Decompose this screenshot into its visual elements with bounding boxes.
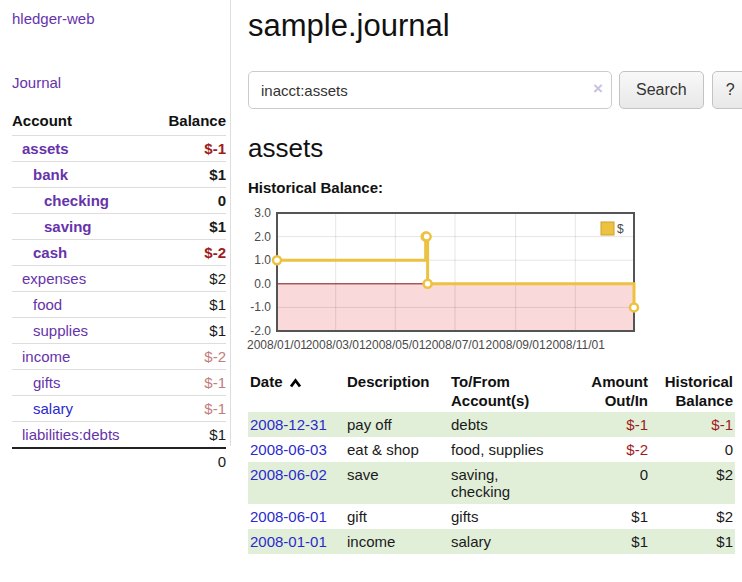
account-balance: $1 [151,162,226,188]
transaction-description: income [345,529,449,554]
page-title: sample.journal [248,8,735,44]
account-link-income[interactable]: income [22,348,70,365]
account-link-saving[interactable]: saving [44,218,92,235]
accounts-col-balance: Balance [151,112,226,136]
account-row: checking 0 [12,188,226,214]
search-button[interactable]: Search [619,71,704,109]
account-link-cash[interactable]: cash [33,244,67,261]
account-balance: $1 [151,214,226,240]
register-table: Date Description To/From Account(s) Amou… [248,370,735,554]
transaction-date-link[interactable]: 2008-06-03 [250,441,327,458]
svg-text:2008/11/01: 2008/11/01 [546,338,605,352]
help-button[interactable]: ? [712,71,742,109]
sort-asc-icon [289,378,302,388]
svg-text:2008/01/01: 2008/01/01 [247,338,307,352]
svg-text:2008/05/01: 2008/05/01 [365,338,425,352]
register-col-amount: Amount Out/In [589,370,650,412]
account-link-food[interactable]: food [33,296,62,313]
account-link-checking[interactable]: checking [44,192,109,209]
svg-text:3.0: 3.0 [254,206,271,220]
account-row: bank $1 [12,162,226,188]
sidebar-item-journal[interactable]: Journal [12,74,230,91]
accounts-total-balance: 0 [151,448,226,474]
transaction-date-link[interactable]: 2008-01-01 [250,533,327,550]
transaction-amount: $-2 [589,437,650,462]
svg-text:2.0: 2.0 [254,230,271,244]
register-row: 2008-06-01 gift gifts $1 $2 [248,504,735,529]
transaction-description: eat & shop [345,437,449,462]
transaction-accounts: food, supplies [449,437,589,462]
account-row: cash $-2 [12,240,226,266]
svg-text:-2.0: -2.0 [250,324,271,338]
register-col-description: Description [345,370,449,412]
search-input[interactable] [248,71,612,109]
sidebar: hledger-web Journal Account Balance asse… [0,0,231,446]
transaction-description: pay off [345,412,449,437]
account-link-expenses[interactable]: expenses [22,270,86,287]
register-row: 2008-12-31 pay off debts $-1 $-1 [248,412,735,437]
account-row: expenses $2 [12,266,226,292]
account-link-salary[interactable]: salary [33,400,73,417]
account-link-supplies[interactable]: supplies [33,322,88,339]
account-row: food $1 [12,292,226,318]
account-row: income $-2 [12,344,226,370]
transaction-description: save [345,462,449,504]
transaction-balance: 0 [650,437,735,462]
account-page-title: assets [248,133,735,164]
account-link-liabilities-debts[interactable]: liabilities:debts [22,426,120,443]
account-balance: 0 [151,188,226,214]
transaction-amount: $1 [589,504,650,529]
svg-text:1.0: 1.0 [254,253,271,267]
search-form: × Search ? [248,71,735,109]
svg-text:0.0: 0.0 [254,277,271,291]
account-row: saving $1 [12,214,226,240]
brand-link[interactable]: hledger-web [12,10,230,27]
register-col-date-label: Date [250,372,283,391]
transaction-accounts: saving, checking [449,462,589,504]
register-col-date-sort[interactable]: Date [250,372,302,391]
account-balance: $-1 [151,370,226,396]
account-row: assets $-1 [12,136,226,162]
account-balance: $-1 [151,136,226,162]
register-col-balance: Historical Balance [650,370,735,412]
transaction-balance: $-1 [650,412,735,437]
account-link-bank[interactable]: bank [33,166,68,183]
register-row: 2008-01-01 income salary $1 $1 [248,529,735,554]
transaction-amount: $1 [589,529,650,554]
transaction-date-link[interactable]: 2008-12-31 [250,416,327,433]
svg-text:2008/03/01: 2008/03/01 [306,338,366,352]
transaction-date-link[interactable]: 2008-06-02 [250,466,327,483]
transaction-date-link[interactable]: 2008-06-01 [250,508,327,525]
account-row: supplies $1 [12,318,226,344]
transaction-accounts: gifts [449,504,589,529]
account-balance: $1 [151,292,226,318]
transaction-accounts: debts [449,412,589,437]
main-content: sample.journal × Search ? assets Histori… [248,0,735,554]
svg-text:$: $ [617,222,624,236]
chart-label: Historical Balance: [248,179,735,196]
account-row: gifts $-1 [12,370,226,396]
search-box: × [248,71,612,109]
clear-search-icon[interactable]: × [593,79,603,99]
transaction-description: gift [345,504,449,529]
svg-text:2008/07/01: 2008/07/01 [425,338,485,352]
account-link-assets[interactable]: assets [22,140,69,157]
historical-balance-chart: $3.02.01.00.0-1.0-2.02008/01/012008/03/0… [248,206,735,356]
account-balance: $-1 [151,396,226,422]
svg-text:-1.0: -1.0 [250,300,271,314]
transaction-balance: $2 [650,504,735,529]
register-row: 2008-06-02 save saving, checking 0 $2 [248,462,735,504]
account-balance: $1 [151,318,226,344]
account-balance: $1 [151,422,226,449]
accounts-col-account: Account [12,112,151,136]
register-col-accounts: To/From Account(s) [449,370,589,412]
transaction-balance: $1 [650,529,735,554]
register-row: 2008-06-03 eat & shop food, supplies $-2… [248,437,735,462]
account-link-gifts[interactable]: gifts [33,374,61,391]
accounts-table: Account Balance assets $-1 bank $1 check… [12,112,226,474]
transaction-amount: $-1 [589,412,650,437]
svg-text:2008/09/01: 2008/09/01 [486,338,546,352]
account-row: salary $-1 [12,396,226,422]
accounts-total-row: 0 [12,448,226,474]
transaction-balance: $2 [650,462,735,504]
